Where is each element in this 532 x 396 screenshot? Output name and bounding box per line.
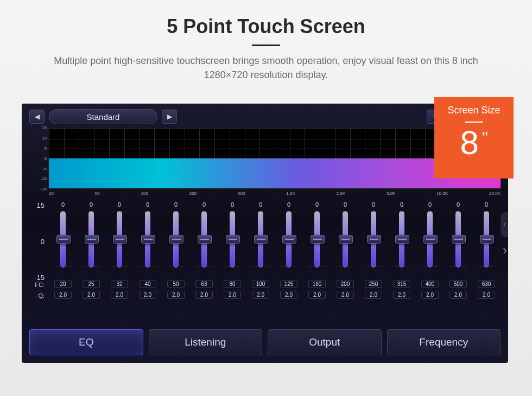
chart-y-tick: 5 <box>31 146 47 151</box>
fc-value[interactable]: 160 <box>308 280 326 288</box>
chart-y-tick: 10 <box>31 136 47 140</box>
band-value: 0 <box>259 201 262 210</box>
chart-x-tick: 200 <box>189 191 197 196</box>
eq-slider[interactable] <box>258 211 263 267</box>
eq-slider[interactable] <box>371 211 376 267</box>
eq-slider[interactable] <box>117 211 122 267</box>
slider-thumb[interactable] <box>85 235 99 244</box>
fc-value[interactable]: 315 <box>393 280 410 288</box>
q-value[interactable]: 2.0 <box>224 291 241 299</box>
tab-output[interactable]: Output <box>268 329 382 355</box>
slider-thumb[interactable] <box>198 235 212 244</box>
chart-y-tick: 0 <box>31 156 47 161</box>
q-value[interactable]: 2.0 <box>195 291 213 299</box>
eq-slider[interactable] <box>343 211 348 267</box>
fc-value[interactable]: 40 <box>139 280 156 288</box>
tab-frequency[interactable]: Frequency <box>387 329 501 355</box>
slider-thumb[interactable] <box>226 235 240 244</box>
q-value[interactable]: 2.0 <box>280 291 297 299</box>
eq-slider[interactable] <box>230 211 235 267</box>
slider-thumb[interactable] <box>339 235 353 244</box>
response-chart: 151050-5-10-15 20501002005001.0K2.0K5.0K… <box>49 129 501 188</box>
q-value[interactable]: 2.0 <box>421 291 439 299</box>
preset-prev-button[interactable]: ◀ <box>29 110 45 124</box>
q-value[interactable]: 2.0 <box>478 291 495 299</box>
q-label: Q: <box>27 292 45 299</box>
eq-slider[interactable] <box>314 211 320 267</box>
fc-value[interactable]: 32 <box>111 280 128 288</box>
chart-y-tick: -10 <box>31 176 47 181</box>
screen-size-badge: Screen Size 8 " <box>434 97 514 178</box>
axis-mid: 0 <box>27 238 45 246</box>
fc-value[interactable]: 630 <box>478 280 495 288</box>
eq-slider[interactable] <box>60 211 66 267</box>
q-value[interactable]: 2.0 <box>337 291 354 299</box>
response-fill <box>49 158 501 188</box>
fc-value[interactable]: 400 <box>421 280 439 288</box>
badge-value: 8 <box>460 126 478 159</box>
band-value: 0 <box>315 201 319 210</box>
side-expand-tab[interactable]: ‹ <box>501 212 508 237</box>
preset-next-button[interactable]: ▶ <box>162 110 177 124</box>
slider-thumb[interactable] <box>423 235 438 244</box>
fc-value[interactable]: 63 <box>195 280 213 288</box>
band-value: 0 <box>344 201 347 210</box>
triangle-left-icon: ◀ <box>35 113 40 120</box>
eq-slider[interactable] <box>201 211 207 267</box>
slider-thumb[interactable] <box>169 235 183 244</box>
eq-slider[interactable] <box>484 211 489 267</box>
fc-value[interactable]: 200 <box>337 280 354 288</box>
q-value[interactable]: 2.0 <box>365 291 382 299</box>
eq-slider[interactable] <box>399 211 404 267</box>
band-value: 0 <box>457 201 460 210</box>
preset-name[interactable]: Standard <box>49 109 157 124</box>
fc-value[interactable]: 50 <box>167 280 185 288</box>
fc-value[interactable]: 80 <box>224 280 241 288</box>
fc-value[interactable]: 500 <box>449 280 467 288</box>
slider-thumb[interactable] <box>141 235 155 244</box>
eq-slider[interactable] <box>455 211 461 267</box>
q-value[interactable]: 2.0 <box>167 291 185 299</box>
fc-value[interactable]: 25 <box>83 280 100 288</box>
q-value[interactable]: 2.0 <box>111 291 128 299</box>
q-value[interactable]: 2.0 <box>139 291 156 299</box>
badge-divider <box>465 122 483 123</box>
q-value[interactable]: 2.0 <box>308 291 326 299</box>
eq-slider[interactable] <box>145 211 150 267</box>
fc-value[interactable]: 100 <box>252 280 269 288</box>
tab-listening[interactable]: Listening <box>149 329 263 355</box>
band-value: 0 <box>146 201 149 210</box>
q-value[interactable]: 2.0 <box>83 291 100 299</box>
badge-unit: " <box>482 128 488 146</box>
slider-thumb[interactable] <box>282 235 296 244</box>
chart-x-tick: 1.0K <box>286 191 295 196</box>
band-value: 0 <box>372 201 375 210</box>
slider-thumb[interactable] <box>367 235 381 244</box>
eq-slider[interactable] <box>88 211 94 267</box>
chart-x-tick: 50 <box>95 191 100 196</box>
slider-thumb[interactable] <box>311 235 325 244</box>
chart-y-tick: 15 <box>31 125 47 130</box>
band-value: 0 <box>90 201 93 210</box>
band-value: 0 <box>428 201 432 210</box>
eq-slider[interactable] <box>173 211 179 267</box>
chevron-left-icon: ‹ <box>503 221 505 228</box>
slider-thumb[interactable] <box>395 235 409 244</box>
slider-thumb[interactable] <box>452 235 466 244</box>
fc-value[interactable]: 20 <box>54 280 72 288</box>
slider-thumb[interactable] <box>113 235 127 244</box>
fc-value[interactable]: 125 <box>280 280 297 288</box>
q-value[interactable]: 2.0 <box>393 291 410 299</box>
q-value[interactable]: 2.0 <box>252 291 269 299</box>
fc-value[interactable]: 250 <box>365 280 382 288</box>
slider-thumb[interactable] <box>254 235 268 244</box>
q-value[interactable]: 2.0 <box>449 291 467 299</box>
slider-thumb[interactable] <box>56 235 71 244</box>
eq-slider[interactable] <box>286 211 292 267</box>
slider-thumb[interactable] <box>480 235 494 244</box>
eq-slider[interactable] <box>427 211 433 267</box>
q-value[interactable]: 2.0 <box>54 291 72 299</box>
chart-x-tick: 500 <box>238 191 245 196</box>
page-next-button[interactable]: › <box>503 242 507 258</box>
tab-eq[interactable]: EQ <box>29 329 143 355</box>
